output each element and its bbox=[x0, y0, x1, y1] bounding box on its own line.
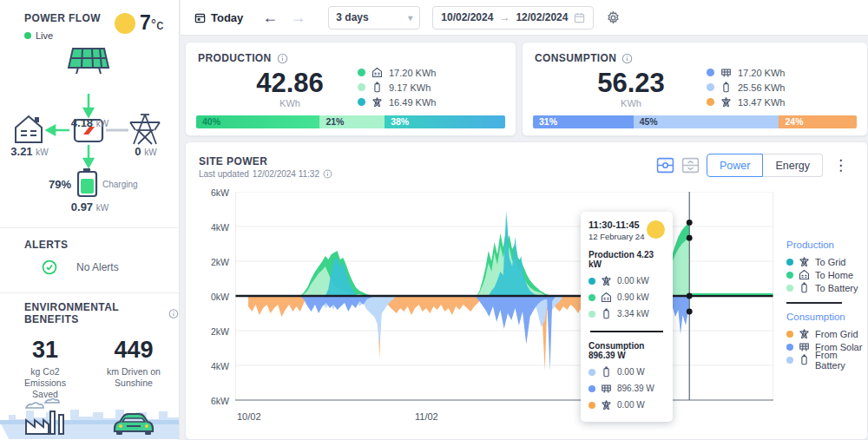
legend-dot bbox=[786, 259, 793, 266]
last-updated: Last updated 12/02/2024 11:32 bbox=[199, 169, 332, 179]
date-range-input[interactable]: 10/02/2024 → 12/02/2024 bbox=[432, 6, 594, 30]
site-power-title: SITE POWER bbox=[199, 155, 267, 167]
solar-panel-icon bbox=[601, 383, 612, 394]
legend-dot bbox=[786, 344, 793, 351]
legend-dot bbox=[707, 98, 714, 106]
legend-row: To Home bbox=[786, 268, 866, 281]
tower-icon bbox=[799, 256, 810, 267]
legend-dot bbox=[707, 83, 714, 91]
legend-dot bbox=[589, 402, 595, 409]
legend-row: 13.47 KWh bbox=[707, 95, 785, 109]
tower-icon bbox=[720, 96, 732, 108]
legend-row: 17.20 KWh bbox=[707, 65, 785, 80]
info-icon[interactable] bbox=[277, 53, 288, 64]
legend-consumption-header[interactable]: Consumption bbox=[786, 312, 866, 322]
skyline-illustration bbox=[0, 397, 179, 439]
battery-icon bbox=[601, 308, 612, 319]
next-arrow-button[interactable]: → bbox=[290, 10, 306, 25]
inverter-to-battery-arrow bbox=[84, 145, 93, 167]
bar-segment: 21% bbox=[319, 115, 385, 128]
x-tick-label: 11/02 bbox=[415, 411, 438, 422]
legend-label: From Battery bbox=[815, 350, 866, 371]
tooltip-value: 0.00 W bbox=[617, 400, 645, 410]
temperature: 7°c bbox=[140, 11, 163, 35]
info-icon[interactable] bbox=[323, 169, 332, 179]
consumption-title: CONSUMPTION bbox=[535, 52, 616, 64]
power-flow-panel: POWER FLOW Live 7°c bbox=[0, 0, 179, 228]
consumption-legend: 17.20 KWh 25.56 KWh 13.47 KWh bbox=[707, 65, 785, 109]
energy-tab[interactable]: Energy bbox=[763, 154, 823, 177]
calendar-today-icon bbox=[194, 12, 206, 23]
legend-row: From Grid bbox=[786, 327, 866, 340]
settings-gear-icon[interactable] bbox=[606, 10, 621, 25]
home-icon bbox=[601, 292, 612, 303]
sidebar: POWER FLOW Live 7°c bbox=[0, 0, 180, 440]
legend-dot bbox=[589, 278, 595, 285]
grid-power-label: 0 kW bbox=[122, 145, 170, 158]
toolbar: Today ← → 3 days ▾ 10/02/2024 → 12/02/20… bbox=[181, 0, 868, 36]
production-total: 42.86 bbox=[233, 69, 346, 96]
battery-power-label: 0.97 kW bbox=[0, 200, 180, 213]
y-tick-label: 6kW bbox=[196, 396, 229, 406]
legend-value: 17.20 KWh bbox=[389, 68, 436, 78]
home-icon bbox=[799, 269, 810, 280]
legend-dot bbox=[786, 285, 793, 292]
legend-row: To Grid bbox=[786, 255, 866, 268]
tooltip-value: 896.39 W bbox=[617, 384, 654, 393]
legend-dot bbox=[786, 331, 793, 338]
power-energy-toggle: Power Energy bbox=[707, 154, 823, 177]
tower-icon bbox=[601, 275, 612, 286]
legend-dot bbox=[589, 369, 595, 376]
legend-production-header[interactable]: Production bbox=[786, 240, 866, 250]
legend-dot bbox=[358, 98, 365, 106]
info-icon[interactable] bbox=[621, 53, 633, 64]
chart-side-legend: Production To Grid To Home To Battery Co… bbox=[786, 240, 866, 366]
tooltip-row: 3.34 kW bbox=[589, 305, 665, 322]
chart-actions: Power Energy ⋮ bbox=[656, 154, 852, 177]
environmental-title: ENVIRONMENTAL BENEFITS bbox=[24, 301, 163, 325]
legend-value: 25.56 KWh bbox=[738, 82, 785, 93]
legend-dot bbox=[589, 311, 595, 318]
km-driven-value: 449 bbox=[97, 337, 170, 364]
bar-segment: 38% bbox=[385, 115, 505, 128]
power-tab[interactable]: Power bbox=[707, 154, 763, 177]
tooltip-value: 0.00 kW bbox=[617, 276, 649, 286]
y-tick-label: 2kW bbox=[196, 326, 229, 337]
alerts-title: ALERTS bbox=[24, 239, 68, 251]
live-status-dot bbox=[24, 32, 31, 39]
site-power-card: SITE POWER Last updated 12/02/2024 11:32… bbox=[185, 141, 868, 440]
info-icon[interactable] bbox=[168, 308, 179, 319]
date-to: 12/02/2024 bbox=[516, 11, 568, 23]
tooltip-production-label: Production 4.23 kW bbox=[589, 250, 665, 269]
clouds-icon bbox=[26, 399, 59, 409]
tooltip-divider bbox=[590, 331, 663, 332]
check-circle-icon bbox=[42, 259, 57, 275]
production-unit: KWh bbox=[233, 98, 346, 108]
battery-icon bbox=[720, 82, 732, 93]
range-select[interactable]: 3 days ▾ bbox=[328, 6, 420, 30]
legend-row: 17.20 KWh bbox=[358, 65, 436, 80]
tower-icon bbox=[799, 328, 810, 339]
site-power-chart[interactable] bbox=[235, 192, 773, 402]
battery-icon bbox=[799, 282, 810, 293]
split-view-button[interactable] bbox=[681, 157, 700, 174]
tooltip-row: 0.00 kW bbox=[589, 273, 665, 289]
consumption-distribution-bar: 31% 45% 24% bbox=[533, 115, 857, 128]
consumption-unit: KWh bbox=[575, 98, 687, 108]
tooltip-value: 3.34 kW bbox=[617, 309, 649, 319]
y-tick-label: 4kW bbox=[196, 222, 229, 233]
tooltip-row: 0.90 kW bbox=[589, 289, 665, 305]
legend-value: 17.20 KWh bbox=[738, 68, 785, 78]
more-options-kebab-icon[interactable]: ⋮ bbox=[830, 156, 852, 174]
today-button[interactable]: Today bbox=[194, 11, 243, 24]
prev-arrow-button[interactable]: ← bbox=[262, 10, 278, 25]
bar-segment: 40% bbox=[196, 115, 319, 128]
solar-panel-icon bbox=[799, 341, 810, 352]
production-title: PRODUCTION bbox=[198, 52, 272, 64]
battery-status-label: Charging bbox=[102, 180, 138, 189]
combined-view-button[interactable] bbox=[656, 157, 674, 174]
y-tick-label: 6kW bbox=[196, 187, 229, 198]
battery-icon bbox=[601, 366, 612, 378]
tower-icon bbox=[372, 96, 383, 108]
battery-icon bbox=[799, 354, 810, 365]
